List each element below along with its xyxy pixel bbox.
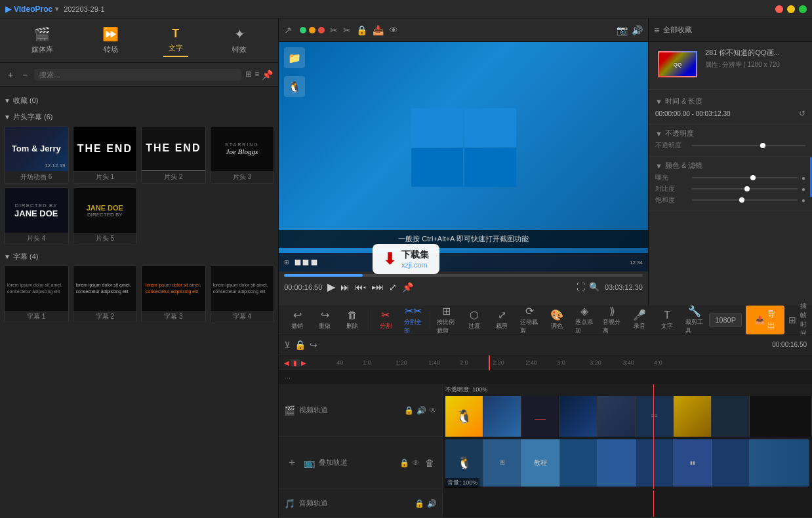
color-section: ▼ 颜色 & 滤镜 曝光 ● 对比度 (649, 157, 812, 211)
template-directed1[interactable]: DIRECTED BY JANE DOE 片头 4 (4, 188, 69, 245)
video-screen: 📁 🐧 ⊞ ⬜ ⬜ ⬜ 12:34 (279, 42, 648, 271)
vtb-download-icon[interactable]: 📥 (373, 25, 384, 35)
split-all-button[interactable]: ✂✂ 分割全部 (400, 303, 426, 337)
trash-button[interactable]: 🗑 (422, 458, 437, 468)
overlay-track-content: 音量: 100% 🐧 图 教程 ▮▮ (443, 437, 812, 489)
audio-mute-icon[interactable]: 🔊 (427, 499, 437, 508)
template-sub4[interactable]: lorem ipsum dolor sit amet, consectetur … (210, 266, 275, 323)
vtb-lock-icon[interactable]: 🔒 (356, 25, 367, 35)
scale-button[interactable]: ⤢ 裁剪 (489, 307, 515, 332)
subtitle-section[interactable]: ▼ 字幕 (4) (4, 250, 274, 263)
dropdown-icon[interactable]: ▾ (55, 5, 58, 12)
snap-icon[interactable]: ⊻ (284, 340, 291, 350)
fullscreen-button[interactable]: ⛶ (577, 282, 585, 292)
template-the-end-2[interactable]: THE END 片头 2 (141, 126, 206, 184)
redo-small-icon[interactable]: ↪ (310, 340, 317, 350)
add-button[interactable]: + (5, 68, 16, 81)
grid-view-icon[interactable]: ⊞ (245, 70, 252, 80)
title-section[interactable]: ▼ 片头字幕 (6) (4, 111, 274, 123)
eye-track-icon[interactable]: 👁 (429, 406, 437, 415)
tools-button[interactable]: 🔧 裁剪工具 (681, 303, 708, 337)
template-sub3[interactable]: lorem ipsum dolor sit amet, consectetur … (141, 266, 206, 323)
pin-icon[interactable]: 📌 (262, 70, 273, 80)
template-sub2[interactable]: lorem ipsum dolor sit amet, consectetur … (73, 266, 138, 323)
template-starring[interactable]: STARRING Joe Bloggs 片头 3 (210, 126, 275, 184)
sub1-text: lorem ipsum dolor sit amet, consectetur … (7, 282, 66, 295)
vtb-eye-icon[interactable]: 👁 (389, 25, 398, 35)
mark-40: 40 (336, 359, 343, 366)
lock-overlay-icon[interactable]: 🔒 (399, 458, 409, 468)
vtb-scissors2-icon[interactable]: ✂ (343, 25, 351, 35)
list-view-icon[interactable]: ≡ (254, 70, 259, 80)
export-button[interactable]: 📤 导出 (746, 306, 784, 334)
vtb-camera-icon[interactable]: 📷 (617, 25, 628, 35)
plus-button[interactable]: ＋ (284, 456, 300, 469)
skip-back-button[interactable]: ⏮◂ (355, 283, 367, 292)
lock-audio-icon[interactable]: 🔒 (415, 499, 424, 508)
text-edit-button[interactable]: T 文字 (654, 308, 680, 332)
zoom-button[interactable]: 🔍 (589, 282, 599, 292)
crop-button[interactable]: ⊞ 按比例裁剪 (433, 303, 460, 337)
export-icon: 📤 (755, 315, 765, 325)
keyframe-button[interactable]: ◈ 逐点添加 (571, 303, 598, 337)
opacity-slider[interactable] (692, 145, 805, 146)
minimize-button[interactable] (787, 5, 795, 13)
saturation-slider[interactable] (692, 199, 798, 201)
split-all-label: 分割全部 (404, 318, 422, 335)
circle-icon3: ● (802, 197, 805, 204)
search-input-wrap[interactable] (34, 69, 241, 81)
divider (649, 89, 812, 90)
prop-info: 281 你不知道的QQ画... 属性: 分辨率 ( 1280 x 720 (702, 46, 808, 71)
lock-track-icon[interactable]: 🔒 (404, 406, 414, 415)
undo-button[interactable]: ↩ 撤销 (284, 307, 310, 332)
time-section: ▼ 时间 & 长度 00:00:00.00 - 00:03:12.30 ↺ (649, 92, 812, 125)
search-input[interactable] (39, 71, 236, 79)
left-arrow-icon[interactable]: ◀ (284, 359, 289, 367)
vtb-scissors1-icon[interactable]: ✂ (330, 25, 338, 35)
template-tom-jerry[interactable]: Tom & Jerry 12.12.19 开场动画 6 (4, 126, 69, 184)
vtb-audio-icon[interactable]: 🔊 (632, 25, 643, 35)
resolution-btn[interactable]: 1080P (709, 313, 742, 327)
right-arrow-icon[interactable]: ▶ (301, 359, 306, 367)
video-progress-bar[interactable] (284, 274, 643, 277)
motion-button[interactable]: ⟳ 运动裁剪 (516, 303, 542, 337)
tab-text[interactable]: T 文字 (163, 24, 188, 57)
next-frame-button[interactable]: ⏭ (340, 282, 350, 292)
exposure-slider[interactable] (692, 177, 798, 178)
reset-icon[interactable]: ↺ (799, 109, 805, 118)
more-icon[interactable]: ··· (284, 373, 291, 382)
template-the-end-1[interactable]: THE END 片头 1 (73, 126, 138, 184)
total-time: 03:03:12.30 (605, 283, 643, 291)
transition-button[interactable]: ⬡ 过渡 (461, 307, 487, 332)
minus-button[interactable]: − (20, 68, 30, 81)
prop-menu-icon[interactable]: ≡ (654, 25, 659, 35)
tab-media[interactable]: 🎬 媒体库 (26, 24, 58, 57)
timeline-pos: ◀ ▮ ▶ (284, 359, 306, 367)
tab-transcode[interactable]: ⏩ 转场 (97, 24, 124, 57)
video-preview: ↗ ✂ ✂ 🔒 📥 👁 📷 🔊 (279, 18, 648, 306)
split-button[interactable]: ✂ 分割 (373, 307, 399, 332)
record-button[interactable]: 🎤 录音 (626, 307, 653, 332)
audio-split-button[interactable]: ⟫ 音视分离 (599, 303, 625, 337)
redo-button[interactable]: ↪ 重做 (312, 307, 338, 332)
lock-icon[interactable]: 🔒 (294, 340, 306, 350)
prop-thumb-row: QQ 281 你不知道的QQ画... 属性: 分辨率 ( 1280 x 720 (649, 42, 812, 87)
eye-overlay-icon[interactable]: 👁 (412, 458, 420, 468)
close-button[interactable] (775, 5, 783, 13)
color-button[interactable]: 🎨 调色 (544, 307, 570, 332)
tab-effect[interactable]: ✦ 特效 (227, 24, 252, 57)
mark-button[interactable]: 📌 (402, 282, 413, 292)
crop-button[interactable]: ⤢ (389, 282, 397, 292)
delete-button[interactable]: 🗑 删除 (339, 308, 365, 332)
play-button[interactable]: ▶ (327, 281, 335, 293)
timing-icon[interactable]: ⊞ (788, 315, 796, 325)
sep1 (369, 310, 369, 330)
skip-forward-button[interactable]: ▸⏭ (372, 283, 384, 292)
template-directed2[interactable]: JANE DOE DIRECTED BY 片头 5 (73, 188, 138, 245)
edit-right: 1080P 📤 导出 ⊞ 插帧时间 (709, 302, 807, 338)
audio-track-icon[interactable]: 🔊 (416, 406, 426, 415)
contrast-slider[interactable] (692, 188, 798, 189)
template-sub1[interactable]: lorem ipsum dolor sit amet, consectetur … (4, 266, 69, 323)
maximize-button[interactable] (799, 5, 807, 13)
favorites-section[interactable]: ▼ 收藏 (0) (4, 94, 274, 107)
